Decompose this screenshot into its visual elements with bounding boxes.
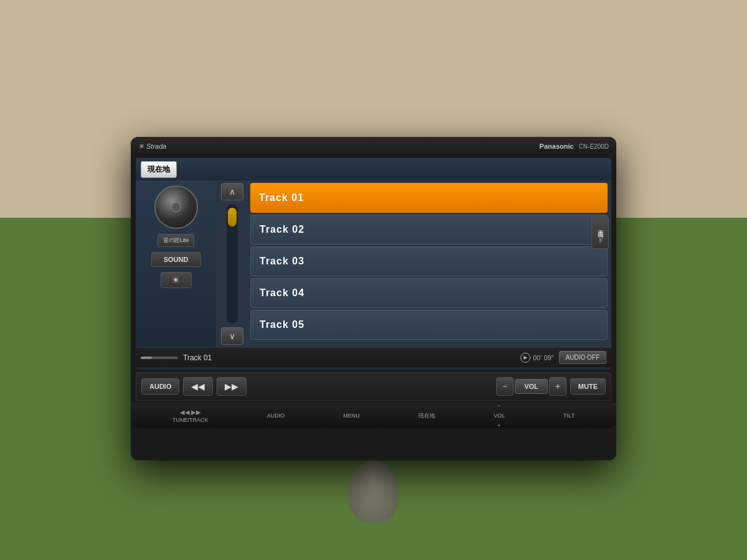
track-list: Track 01 Track 02 Track 03 Track 04 Trac…: [248, 180, 611, 347]
audio-off-button[interactable]: AUDIO OFF: [559, 351, 606, 364]
brightness-button[interactable]: ☀: [161, 272, 192, 288]
tune-track-button[interactable]: ◀◀▶▶ TUNE/TRACK: [172, 409, 209, 423]
track-item-4[interactable]: Track 04: [250, 278, 608, 308]
scroll-thumb[interactable]: [228, 208, 237, 226]
strada-brand: ✳ Strada: [138, 142, 166, 151]
screen-sidebar: 音の匠Lite SOUND ☀: [136, 180, 217, 347]
oto-button[interactable]: 音の匠Lite: [157, 234, 195, 247]
screen-topbar: 現在地: [136, 158, 611, 180]
scroll-area: ∧ ∨: [217, 180, 248, 347]
device-header: ✳ Strada Panasonic CN-E200D: [131, 137, 616, 156]
audio-label-button[interactable]: AUDIO: [141, 378, 179, 394]
menu-phys-button[interactable]: MENU: [343, 413, 360, 419]
current-location-button[interactable]: 現在地: [141, 161, 177, 178]
progress-bar: [141, 357, 178, 359]
track-item-2[interactable]: Track 02: [250, 215, 608, 245]
next-button[interactable]: ▶▶: [217, 377, 247, 396]
tilt-phys-button[interactable]: TILT: [563, 413, 575, 419]
scroll-up-button[interactable]: ∧: [221, 183, 243, 200]
car-stereo-device: ✳ Strada Panasonic CN-E200D 現在地 音の匠Lite …: [131, 137, 616, 460]
screen-main: 音の匠Lite SOUND ☀ ∧ ∨ Track 01 Track 02: [136, 180, 611, 347]
play-indicator: ▶ 00' 09": [520, 353, 554, 363]
scroll-down-button[interactable]: ∨: [221, 327, 243, 345]
control-bar: AUDIO ◀◀ ▶▶ － VOL ＋ MUTE: [136, 372, 611, 401]
sound-button[interactable]: SOUND: [151, 252, 201, 267]
volume-section: － VOL ＋: [496, 377, 566, 396]
volume-label: VOL: [515, 379, 548, 394]
main-screen: 現在地 音の匠Lite SOUND ☀ ∧ ∨ Trac: [136, 158, 611, 370]
vol-control-phys: － VOL ＋: [494, 402, 505, 429]
track-item-1[interactable]: Track 01: [250, 183, 608, 213]
now-playing-track: Track 01: [183, 353, 515, 362]
playback-mode-button[interactable]: 再生モード: [591, 217, 609, 249]
mute-button[interactable]: MUTE: [570, 378, 606, 394]
track-item-5[interactable]: Track 05: [250, 310, 608, 340]
track-item-3[interactable]: Track 03: [250, 246, 608, 276]
physical-buttons-row: ◀◀▶▶ TUNE/TRACK AUDIO MENU 現在地 － VOL ＋ T…: [131, 403, 616, 428]
cd-disc-icon: [154, 185, 198, 229]
play-icon: ▶: [520, 353, 530, 363]
volume-plus-button[interactable]: ＋: [549, 377, 566, 396]
play-time: 00' 09": [533, 354, 554, 362]
model-number: CN-E200D: [579, 143, 609, 150]
prev-button[interactable]: ◀◀: [183, 377, 213, 396]
mount-stand: [349, 460, 398, 523]
current-location-phys-button[interactable]: 現在地: [418, 412, 435, 420]
progress-fill: [141, 357, 152, 359]
panasonic-brand: Panasonic: [540, 142, 574, 150]
scroll-track: [227, 204, 238, 324]
volume-minus-button[interactable]: －: [496, 377, 514, 396]
audio-phys-button[interactable]: AUDIO: [267, 413, 285, 419]
now-playing-bar: Track 01 ▶ 00' 09" AUDIO OFF: [136, 347, 611, 367]
